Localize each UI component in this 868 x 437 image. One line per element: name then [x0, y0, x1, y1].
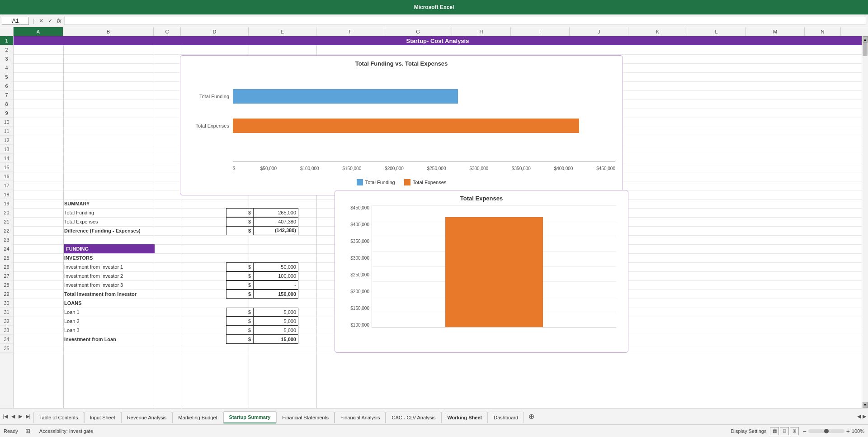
summary-total-funding-dollar: $ — [226, 208, 253, 217]
y-label-300: $300,000 — [350, 256, 369, 261]
row-num-2: 2 — [0, 45, 13, 54]
zoom-level: 100% — [852, 428, 864, 434]
status-bar: Ready ⊞ Accessibility: Investigate Displ… — [0, 424, 868, 437]
loan3-value: 5,000 — [253, 326, 298, 335]
row-num-10: 10 — [0, 118, 13, 127]
loan2-label: Loan 2 — [64, 317, 80, 326]
col-header-h[interactable]: H — [452, 27, 511, 36]
col-header-e[interactable]: E — [249, 27, 316, 36]
row-num-1: 1 — [0, 36, 13, 45]
y-label-150: $150,000 — [350, 306, 369, 311]
summary-total-expenses-label: Total Expenses — [64, 217, 98, 226]
col-header-b[interactable]: B — [63, 27, 154, 36]
tab-financial-statements[interactable]: Financial Statements — [276, 412, 335, 423]
total-investor-dollar: $ — [226, 290, 253, 299]
row-num-9: 9 — [0, 109, 13, 118]
tab-cac-clv[interactable]: CAC - CLV Analysis — [386, 412, 441, 423]
row-num-14: 14 — [0, 154, 13, 163]
scroll-up[interactable]: ▲ — [863, 36, 868, 43]
sheet-content[interactable]: Startup- Cost Analysis — [14, 36, 862, 408]
funding-chart: Total Funding vs. Total Expenses Total F… — [180, 55, 623, 195]
spreadsheet-title: Startup- Cost Analysis — [406, 38, 469, 44]
tab-nav-prev[interactable]: ◀ — [10, 413, 16, 420]
tab-marketing-budget[interactable]: Marketing Budget — [172, 412, 223, 423]
col-header-k[interactable]: K — [628, 27, 687, 36]
investor3-value: - — [253, 280, 298, 290]
scroll-down[interactable]: ▼ — [863, 402, 868, 408]
tab-nav-first[interactable]: |◀ — [2, 413, 9, 420]
loan2-dollar: $ — [226, 317, 253, 326]
investor2-value: 100,000 — [253, 271, 298, 280]
row-num-20: 20 — [0, 208, 13, 217]
row-num-6: 6 — [0, 81, 13, 90]
expenses-bar — [445, 217, 543, 327]
total-investor-label: Total Investment from Investor — [64, 290, 137, 299]
legend-funding: Total Funding — [357, 179, 395, 185]
col-header-l[interactable]: L — [687, 27, 746, 36]
tab-scroll-left[interactable]: ◀ — [857, 413, 861, 419]
function-icon[interactable]: fx — [56, 18, 62, 24]
col-header-d[interactable]: D — [181, 27, 249, 36]
summary-difference-label: Difference (Funding - Expenses) — [64, 226, 141, 235]
tab-working-sheet[interactable]: Working Sheet — [441, 412, 488, 423]
row-num-29: 29 — [0, 290, 13, 299]
add-sheet-button[interactable]: ⊕ — [526, 411, 537, 422]
loans-header: LOANS — [64, 299, 82, 308]
bar-label-funding: Total Funding — [188, 94, 233, 99]
row-num-4: 4 — [0, 63, 13, 72]
formula-input[interactable] — [64, 17, 866, 25]
x-label-2: $100,000 — [300, 166, 319, 171]
tab-nav-next[interactable]: ▶ — [17, 413, 24, 420]
col-header-j[interactable]: J — [570, 27, 628, 36]
col-header-f[interactable]: F — [316, 27, 384, 36]
tab-table-of-contents[interactable]: Table of Contents — [33, 412, 84, 423]
formula-bar-separator: | — [31, 18, 36, 24]
col-header-i[interactable]: I — [511, 27, 570, 36]
normal-view-icon[interactable]: ▦ — [770, 427, 779, 435]
tab-scroll-right[interactable]: ▶ — [863, 413, 866, 419]
total-investor-value: 150,000 — [253, 290, 298, 299]
row-num-28: 28 — [0, 280, 13, 290]
investors-header: INVESTORS — [64, 253, 93, 262]
cell-reference[interactable]: A1 — [2, 17, 29, 25]
confirm-icon[interactable]: ✓ — [47, 18, 54, 24]
row-num-13: 13 — [0, 145, 13, 154]
row-num-7: 7 — [0, 90, 13, 100]
col-header-c[interactable]: C — [154, 27, 181, 36]
investor1-value: 50,000 — [253, 262, 298, 271]
col-header-g[interactable]: G — [384, 27, 452, 36]
row-2 — [14, 45, 862, 54]
tab-nav-last[interactable]: ▶| — [24, 413, 32, 420]
zoom-in-button[interactable]: + — [846, 428, 850, 435]
tab-startup-summary[interactable]: Startup Summary — [223, 411, 277, 423]
investor2-label: Investment from Investor 2 — [64, 271, 123, 280]
row-num-23: 23 — [0, 235, 13, 244]
loan2-value: 5,000 — [253, 317, 298, 326]
row-num-35: 35 — [0, 344, 13, 353]
page-break-icon[interactable]: ⊞ — [790, 427, 799, 435]
tab-revenue-analysis[interactable]: Revenue Analysis — [121, 412, 172, 423]
vertical-scrollbar[interactable]: ▲ ▼ — [862, 36, 868, 408]
display-settings[interactable]: Display Settings — [731, 428, 767, 434]
zoom-slider[interactable] — [808, 429, 844, 433]
tab-input-sheet[interactable]: Input Sheet — [84, 412, 121, 423]
summary-difference-dollar: $ — [226, 226, 253, 235]
row-num-12: 12 — [0, 136, 13, 145]
col-header-n[interactable]: N — [805, 27, 841, 36]
col-header-a[interactable]: A — [14, 27, 63, 36]
x-label-9: $450,000 — [596, 166, 615, 171]
tab-financial-analysis[interactable]: Financial Analysis — [335, 412, 386, 423]
row-num-21: 21 — [0, 217, 13, 226]
tab-dashboard[interactable]: Dashboard — [488, 412, 524, 423]
page-layout-icon[interactable]: ⊟ — [780, 427, 789, 435]
legend-funding-label: Total Funding — [365, 180, 395, 185]
zoom-out-button[interactable]: − — [802, 428, 806, 435]
cancel-icon[interactable]: ✕ — [38, 18, 45, 24]
scroll-thumb[interactable] — [863, 43, 868, 56]
summary-difference-value: (142,380) — [253, 226, 298, 235]
loan3-label: Loan 3 — [64, 326, 80, 335]
cell-mode-icon[interactable]: ⊞ — [25, 428, 30, 434]
col-header-m[interactable]: M — [746, 27, 805, 36]
row-num-11: 11 — [0, 127, 13, 136]
row-num-18: 18 — [0, 190, 13, 199]
